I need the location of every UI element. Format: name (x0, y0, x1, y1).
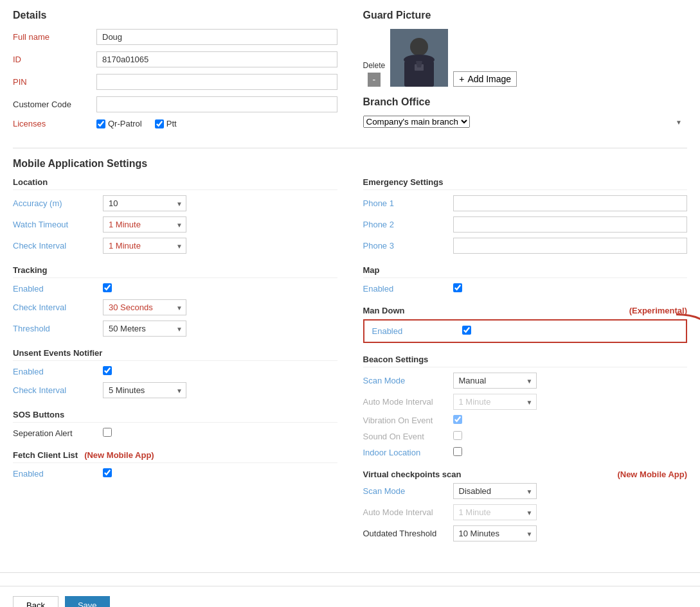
full-name-input[interactable] (96, 29, 337, 45)
id-input[interactable] (96, 51, 337, 67)
delete-label: Delete (363, 61, 386, 70)
branch-office-title: Branch Office (363, 96, 688, 108)
accuracy-label: Accuracy (m) (13, 198, 103, 208)
watch-timeout-label: Watch Timeout (13, 220, 103, 229)
check-interval-location-select[interactable]: 1 Minute (103, 238, 186, 254)
branch-office-select[interactable]: Company's main branch (363, 116, 470, 128)
watch-timeout-select[interactable]: 1 Minute (103, 216, 186, 233)
beacon-scan-mode-label: Scan Mode (363, 376, 453, 385)
fetch-client-title: Fetch Client List (13, 450, 78, 460)
vibration-checkbox[interactable] (453, 415, 462, 424)
unsent-events-title: Unsent Events Notifier (13, 348, 337, 361)
man-down-title: Man Down (363, 306, 405, 315)
section-divider (13, 148, 687, 148)
phone2-label: Phone 2 (363, 220, 453, 229)
emergency-settings-section: Emergency Settings Phone 1 Phone 2 (363, 177, 688, 254)
location-title: Location (13, 177, 337, 190)
full-name-label: Full name (13, 32, 96, 42)
map-enabled-checkbox[interactable] (453, 283, 462, 292)
location-section: Location Accuracy (m) 10 Watch Timeout (13, 177, 337, 254)
qr-patrol-checkbox[interactable] (96, 119, 105, 128)
phone2-input[interactable] (453, 216, 688, 233)
pin-label: PIN (13, 77, 96, 87)
fetch-client-section: Fetch Client List (New Mobile App) Enabl… (13, 450, 337, 479)
phone3-input[interactable] (453, 238, 688, 254)
id-label: ID (13, 55, 96, 64)
unsent-events-section: Unsent Events Notifier Enabled Check Int… (13, 348, 337, 398)
tracking-section: Tracking Enabled Check Interval 30 Secon… (13, 265, 337, 337)
virtual-checkpoints-new-label: (New Mobile App) (617, 470, 687, 479)
virtual-checkpoints-title: Virtual checkpoints scan (363, 470, 462, 479)
pin-input[interactable] (96, 74, 337, 90)
qr-patrol-license[interactable]: Qr-Patrol (96, 119, 142, 128)
customer-code-label: Customer Code (13, 100, 96, 109)
unsent-check-interval-label: Check Interval (13, 385, 103, 395)
tracking-threshold-label: Threshold (13, 324, 103, 333)
indoor-location-label: Indoor Location (363, 448, 453, 457)
add-image-button[interactable]: + Add Image (453, 71, 517, 87)
unsent-check-interval-select[interactable]: 5 Minutes (103, 382, 186, 398)
tracking-enabled-checkbox[interactable] (103, 283, 112, 292)
back-button[interactable]: Back (13, 596, 58, 607)
sos-buttons-section: SOS Buttons Seperation Alert (13, 410, 337, 439)
arrow-annotation (673, 311, 700, 349)
guard-picture-title: Guard Picture (363, 10, 688, 21)
map-title: Map (363, 265, 688, 278)
footer: Back Save (0, 586, 700, 607)
indoor-location-checkbox[interactable] (453, 447, 462, 456)
ptt-checkbox[interactable] (155, 119, 164, 128)
virtual-scan-mode-select[interactable]: Disabled (453, 483, 537, 499)
details-title: Details (13, 10, 337, 21)
map-enabled-label: Enabled (363, 284, 453, 294)
tracking-title: Tracking (13, 265, 337, 278)
man-down-enabled-label: Enabled (372, 326, 462, 336)
unsent-enabled-checkbox[interactable] (103, 366, 112, 375)
man-down-enabled-checkbox[interactable] (462, 326, 471, 335)
virtual-auto-interval-select[interactable]: 1 Minute (453, 504, 537, 520)
beacon-scan-mode-select[interactable]: Manual (453, 373, 537, 389)
virtual-checkpoints-section: Virtual checkpoints scan (New Mobile App… (363, 470, 688, 541)
man-down-section: Man Down (Experimental) Enabled (363, 306, 688, 343)
footer-divider (0, 572, 700, 573)
outdated-threshold-label: Outdated Threshold (363, 529, 453, 538)
emergency-settings-title: Emergency Settings (363, 177, 688, 190)
svg-point-1 (410, 38, 428, 56)
beacon-auto-interval-label: Auto Mode Interval (363, 397, 453, 407)
tracking-enabled-label: Enabled (13, 284, 103, 294)
separation-alert-checkbox[interactable] (103, 428, 112, 437)
phone1-input[interactable] (453, 195, 688, 211)
map-section: Map Enabled (363, 265, 688, 294)
delete-image-button[interactable]: - (368, 73, 381, 87)
sound-checkbox[interactable] (453, 431, 462, 440)
outdated-threshold-select[interactable]: 10 Minutes (453, 525, 537, 541)
save-button[interactable]: Save (65, 596, 110, 607)
vibration-label: Vibration On Event (363, 416, 453, 425)
beacon-settings-section: Beacon Settings Scan Mode Manual Auto Mo… (363, 355, 688, 458)
tracking-check-interval-label: Check Interval (13, 303, 103, 312)
fetch-enabled-checkbox[interactable] (103, 468, 112, 477)
virtual-scan-mode-label: Scan Mode (363, 486, 453, 496)
accuracy-select[interactable]: 10 (103, 195, 186, 211)
beacon-settings-title: Beacon Settings (363, 355, 688, 367)
tracking-check-interval-select[interactable]: 30 Seconds (103, 299, 186, 315)
ptt-license[interactable]: Ptt (155, 119, 177, 128)
phone3-label: Phone 3 (363, 241, 453, 251)
fetch-client-new-label: (New Mobile App) (84, 450, 154, 460)
qr-patrol-label: Qr-Patrol (108, 119, 142, 128)
ptt-label: Ptt (166, 119, 177, 128)
licenses-label: Licenses (13, 119, 96, 128)
phone1-label: Phone 1 (363, 198, 453, 208)
check-interval-location-label: Check Interval (13, 241, 103, 251)
unsent-enabled-label: Enabled (13, 367, 103, 376)
guard-image (390, 29, 448, 87)
man-down-box: Enabled (363, 319, 688, 343)
customer-code-input[interactable] (96, 96, 337, 112)
sos-buttons-title: SOS Buttons (13, 410, 337, 423)
fetch-enabled-label: Enabled (13, 469, 103, 479)
virtual-auto-interval-label: Auto Mode Interval (363, 507, 453, 517)
add-image-label: Add Image (467, 74, 511, 84)
sound-label: Sound On Event (363, 432, 453, 441)
mobile-settings-title: Mobile Application Settings (13, 158, 687, 170)
tracking-threshold-select[interactable]: 50 Meters (103, 321, 186, 337)
beacon-auto-interval-select[interactable]: 1 Minute (453, 394, 537, 410)
